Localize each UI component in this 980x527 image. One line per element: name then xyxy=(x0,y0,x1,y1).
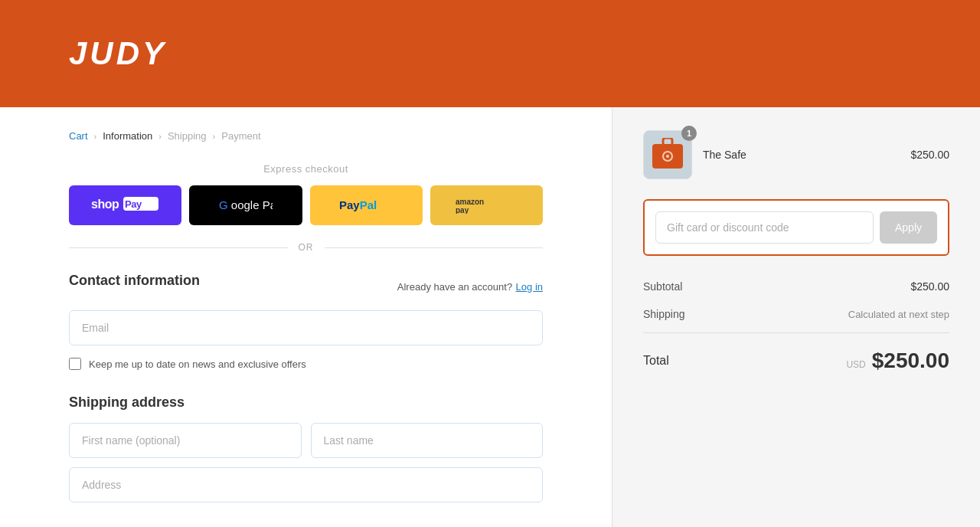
shipping-label: Shipping xyxy=(643,308,685,320)
total-row: Total USD $250.00 xyxy=(643,338,949,376)
currency-label: USD xyxy=(846,359,865,370)
newsletter-row: Keep me up to date on news and exclusive… xyxy=(69,358,543,370)
or-divider: OR xyxy=(69,242,543,253)
amazonpay-button[interactable]: amazon pay xyxy=(430,185,543,225)
login-link[interactable]: Log in xyxy=(516,281,543,293)
order-summary: Subtotal $250.00 Shipping Calculated at … xyxy=(643,273,949,376)
chevron-icon: › xyxy=(94,132,97,141)
subtotal-row: Subtotal $250.00 xyxy=(643,273,949,300)
shipping-row: Shipping Calculated at next step xyxy=(643,300,949,328)
svg-text:shop: shop xyxy=(91,198,119,211)
amazonpay-label: amazon pay xyxy=(456,195,517,216)
total-label: Total xyxy=(643,354,669,368)
express-buttons: shop Pay G oogle Pay xyxy=(69,185,543,225)
breadcrumb-shipping: Shipping xyxy=(168,130,207,142)
total-right: USD $250.00 xyxy=(846,349,949,373)
product-row: 1 The Safe $250.00 xyxy=(643,130,949,179)
chevron-icon: › xyxy=(158,132,162,141)
shoppay-label: shop Pay xyxy=(91,195,160,215)
divider-line-left xyxy=(69,247,288,248)
divider-line-right xyxy=(325,247,544,248)
quantity-badge: 1 xyxy=(681,126,697,141)
main-container: Cart › Information › Shipping › Payment … xyxy=(0,107,980,527)
product-name: The Safe xyxy=(703,149,746,161)
svg-text:PayPal: PayPal xyxy=(339,198,377,211)
chevron-icon: › xyxy=(213,132,216,141)
first-name-field[interactable] xyxy=(69,423,302,458)
last-name-field[interactable] xyxy=(311,423,544,458)
total-amount: $250.00 xyxy=(872,349,949,373)
email-field[interactable] xyxy=(69,310,543,345)
logo: JUDY xyxy=(69,35,167,72)
svg-rect-8 xyxy=(663,138,672,146)
header: JUDY xyxy=(0,0,980,107)
express-checkout-label: Express checkout xyxy=(69,163,543,175)
googlepay-button[interactable]: G oogle Pay xyxy=(189,185,302,225)
or-text: OR xyxy=(299,242,314,253)
right-panel: 1 The Safe $250.00 Apply Subtotal $250.0… xyxy=(612,107,980,527)
breadcrumb: Cart › Information › Shipping › Payment xyxy=(69,130,543,142)
summary-divider xyxy=(643,332,949,333)
discount-section: Apply xyxy=(643,199,949,256)
breadcrumb-cart[interactable]: Cart xyxy=(69,130,88,142)
svg-text:amazon: amazon xyxy=(456,198,484,206)
shipping-address-section: Shipping address xyxy=(69,394,543,512)
express-checkout-section: Express checkout shop Pay xyxy=(69,163,543,253)
contact-title: Contact information xyxy=(69,273,200,289)
googlepay-label: G oogle Pay xyxy=(219,195,273,216)
product-image-wrap: 1 xyxy=(643,130,692,179)
left-panel: Cart › Information › Shipping › Payment … xyxy=(0,107,612,527)
newsletter-checkbox[interactable] xyxy=(69,358,81,370)
product-info: 1 The Safe xyxy=(643,130,746,179)
svg-text:Pay: Pay xyxy=(125,198,142,210)
subtotal-value: $250.00 xyxy=(910,280,949,293)
breadcrumb-information[interactable]: Information xyxy=(103,130,152,142)
discount-input[interactable] xyxy=(655,211,874,244)
svg-point-10 xyxy=(666,155,669,158)
svg-text:pay: pay xyxy=(456,206,469,214)
breadcrumb-payment: Payment xyxy=(221,130,260,142)
discount-row: Apply xyxy=(655,211,937,244)
shipping-title: Shipping address xyxy=(69,394,543,411)
svg-text:G
                oogle 
     : G oogle Pay xyxy=(219,198,273,211)
subtotal-label: Subtotal xyxy=(643,280,682,293)
newsletter-label: Keep me up to date on news and exclusive… xyxy=(89,358,306,370)
contact-section: Contact information Already have an acco… xyxy=(69,273,543,370)
shoppay-button[interactable]: shop Pay xyxy=(69,185,181,225)
paypal-button[interactable]: PayPal xyxy=(310,185,423,225)
paypal-label: PayPal xyxy=(339,197,393,214)
product-price: $250.00 xyxy=(910,149,949,161)
apply-button[interactable]: Apply xyxy=(880,211,937,244)
already-account: Already have an account? Log in xyxy=(397,280,543,293)
name-row xyxy=(69,423,543,458)
shipping-value: Calculated at next step xyxy=(848,309,949,320)
address-field[interactable] xyxy=(69,467,543,502)
contact-header: Contact information Already have an acco… xyxy=(69,273,543,300)
